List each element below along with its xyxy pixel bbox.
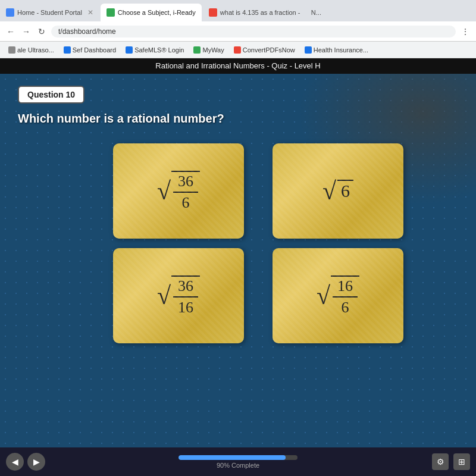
bookmark-health[interactable]: Health Insurance... (301, 45, 372, 55)
math-content-c: √ 36 16 (157, 275, 200, 317)
bookmark-safemls-label: SafeMLS® Login (134, 46, 184, 54)
tab-google[interactable]: what is 4.135 as a fraction - ✕ (203, 4, 304, 21)
address-input[interactable]: t/dashboard/home (51, 26, 456, 37)
tab-home-label: Home - Student Portal (17, 9, 82, 16)
tab-google-label: what is 4.135 as a fraction - (220, 9, 300, 16)
back-button[interactable]: ← (5, 26, 17, 37)
play-ctrl-button[interactable]: ▶ (27, 453, 45, 471)
bookmark-sef-icon (64, 46, 71, 54)
frac-bottom-a: 6 (177, 193, 195, 212)
content-area: Rational and Irrational Numbers - Quiz -… (0, 58, 476, 447)
sqrt-symbol-c: √ (157, 283, 171, 308)
tab-other[interactable]: N... (305, 4, 327, 21)
question-text: Which number is a rational number? (18, 112, 224, 126)
frac-bottom-c: 16 (173, 298, 198, 317)
progress-section: 90% Complete (178, 455, 298, 469)
tab-iready-label: Choose a Subject, i-Ready (118, 9, 196, 16)
frac-bottom-d: 6 (337, 298, 354, 317)
bottom-bar: ◀ ▶ 90% Complete ⚙ ⊞ (0, 447, 476, 476)
bottom-controls: ◀ ▶ (6, 453, 45, 471)
bookmark-ultraso-icon (8, 46, 15, 54)
fraction-c: 36 16 (171, 275, 200, 317)
forward-button[interactable]: → (20, 26, 32, 37)
question-label: Question 10 (18, 86, 84, 104)
frac-top-c: 36 (173, 277, 198, 298)
bookmark-myway-icon (193, 46, 201, 54)
browser-chrome: Home - Student Portal ✕ Choose a Subject… (0, 0, 476, 58)
bookmark-safemls-icon (126, 46, 133, 54)
answer-card-d[interactable]: √ 16 6 (273, 248, 403, 343)
answers-grid: √ 36 6 √ 6 √ (113, 143, 422, 343)
frac-top-d: 16 (333, 277, 358, 298)
tab-home-icon (6, 8, 14, 17)
progress-bar-fill (178, 455, 286, 460)
sqrt-symbol-b: √ (322, 178, 336, 203)
fraction-a: 36 6 (171, 171, 200, 212)
progress-bar-container (178, 455, 298, 460)
value-b: 6 (337, 180, 353, 202)
tab-home[interactable]: Home - Student Portal ✕ (0, 4, 99, 21)
tab-other-label: N... (311, 9, 321, 16)
progress-label: 90% Complete (217, 462, 259, 469)
tab-iready-close[interactable]: ✕ (201, 8, 202, 17)
bookmark-myway[interactable]: MyWay (190, 45, 227, 55)
answer-card-b[interactable]: √ 6 (273, 143, 403, 239)
back-ctrl-button[interactable]: ◀ (6, 453, 24, 471)
bookmarks-bar: ale Ultraso... Sef Dashboard SafeMLS® Lo… (0, 42, 476, 58)
question-label-text: Question 10 (27, 90, 75, 99)
answer-card-a[interactable]: √ 36 6 (113, 143, 244, 239)
tab-bar: Home - Student Portal ✕ Choose a Subject… (0, 0, 476, 21)
bookmark-ultraso-label: ale Ultraso... (17, 46, 54, 54)
bookmark-sef[interactable]: Sef Dashboard (60, 45, 120, 55)
answer-card-c[interactable]: √ 36 16 (113, 248, 244, 343)
tab-google-icon (209, 8, 217, 17)
quiz-main: Question 10 Which number is a rational n… (0, 74, 476, 447)
tab-home-close[interactable]: ✕ (87, 8, 93, 17)
bottom-right-icons: ⚙ ⊞ (432, 453, 470, 470)
address-bar-row: ← → ↻ t/dashboard/home ⋮ (0, 21, 476, 42)
extensions-button[interactable]: ⋮ (459, 26, 471, 37)
bookmark-convertpdf[interactable]: ConvertPDFsNow (230, 45, 299, 55)
quiz-title-bar: Rational and Irrational Numbers - Quiz -… (0, 58, 476, 74)
tab-iready[interactable]: Choose a Subject, i-Ready ✕ (101, 4, 202, 21)
bookmark-health-label: Health Insurance... (314, 46, 368, 54)
question-text-content: Which number is a rational number? (18, 112, 224, 125)
math-content-a: √ 36 6 (157, 171, 200, 212)
bookmark-ultraso[interactable]: ale Ultraso... (5, 45, 58, 55)
fraction-d: 16 6 (331, 275, 359, 317)
bookmark-health-icon (305, 46, 312, 54)
math-content-b: √ 6 (322, 178, 353, 203)
sqrt-symbol-a: √ (157, 178, 171, 203)
sqrt-symbol-d: √ (317, 283, 330, 308)
bookmark-convertpdf-icon (234, 46, 241, 54)
bookmark-safemls[interactable]: SafeMLS® Login (122, 45, 187, 55)
frac-top-a: 36 (173, 173, 198, 193)
bookmark-sef-label: Sef Dashboard (73, 46, 116, 54)
grid-icon-btn[interactable]: ⊞ (453, 453, 470, 470)
quiz-title: Rational and Irrational Numbers - Quiz -… (155, 61, 320, 70)
reload-button[interactable]: ↻ (36, 26, 48, 37)
bookmark-myway-label: MyWay (202, 46, 224, 54)
settings-icon-btn[interactable]: ⚙ (432, 453, 449, 470)
tab-iready-icon (107, 8, 115, 17)
address-text: t/dashboard/home (58, 27, 116, 36)
math-content-d: √ 16 6 (317, 275, 359, 317)
bookmark-convertpdf-label: ConvertPDFsNow (243, 46, 295, 54)
